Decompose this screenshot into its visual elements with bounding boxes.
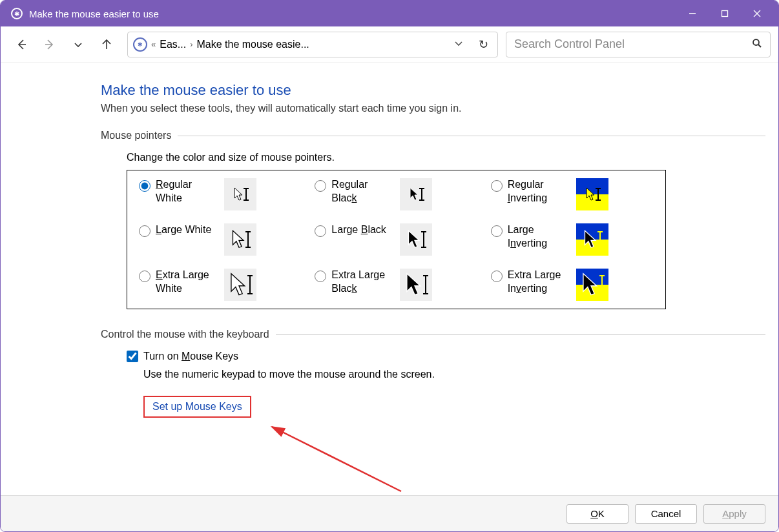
ibeam-icon: [423, 231, 424, 248]
divider: [276, 334, 765, 335]
ibeam-icon: [597, 188, 599, 201]
content-area: Make the mouse easier to use When you se…: [1, 63, 778, 495]
svg-line-8: [758, 45, 761, 47]
breadcrumb-prev[interactable]: Eas...: [160, 39, 186, 50]
section-control-keyboard: Control the mouse with the keyboard: [101, 329, 765, 340]
section-mouse-pointers: Mouse pointers: [101, 130, 765, 141]
section-label: Control the mouse with the keyboard: [101, 329, 269, 340]
up-button[interactable]: [94, 32, 119, 57]
svg-point-7: [753, 39, 759, 45]
page-title: Make the mouse easier to use: [101, 82, 765, 99]
pointer-desc: Change the color and size of mouse point…: [127, 152, 765, 163]
control-panel-window: Make the mouse easier to use: [0, 0, 779, 532]
cursor-preview: [576, 223, 608, 256]
back-button[interactable]: [8, 32, 34, 57]
chevron-left-icon: «: [151, 39, 156, 49]
pointer-option-regular-inverting[interactable]: Regular Inverting: [491, 178, 654, 210]
ok-button[interactable]: OK: [566, 504, 628, 524]
ibeam-icon: [599, 231, 601, 248]
radio-extra-large-inverting[interactable]: [491, 271, 503, 282]
pointer-grid: Regular White Regular Black: [127, 170, 666, 309]
cursor-preview: [224, 223, 256, 256]
chevron-right-icon: ›: [190, 39, 192, 49]
cancel-button[interactable]: Cancel: [635, 504, 697, 524]
search-icon[interactable]: [752, 38, 762, 51]
pointer-option-extra-large-white[interactable]: Extra Large White: [139, 269, 302, 301]
radio-large-inverting[interactable]: [491, 225, 503, 237]
minimize-button[interactable]: [676, 1, 709, 26]
radio-large-black[interactable]: [315, 225, 326, 237]
refresh-icon[interactable]: ↻: [473, 37, 493, 52]
chevron-down-icon[interactable]: [448, 39, 470, 50]
mouse-keys-desc: Use the numeric keypad to move the mouse…: [143, 369, 765, 380]
setup-mouse-keys-highlight: Set up Mouse Keys: [143, 396, 251, 418]
pointer-option-large-white[interactable]: Large White: [139, 223, 302, 256]
cursor-preview: [400, 178, 432, 210]
apply-button[interactable]: Apply: [703, 504, 765, 524]
navigation-toolbar: « Eas... › Make the mouse easie... ↻: [1, 26, 778, 63]
search-input[interactable]: [514, 37, 752, 51]
ibeam-icon: [425, 275, 426, 294]
button-bar: OK Cancel Apply: [1, 495, 778, 531]
close-button[interactable]: [741, 1, 773, 26]
divider: [178, 136, 765, 136]
setup-mouse-keys-link[interactable]: Set up Mouse Keys: [152, 401, 242, 412]
radio-regular-black[interactable]: [315, 180, 326, 192]
pointer-option-regular-white[interactable]: Regular White: [139, 178, 302, 210]
cursor-preview: [224, 269, 256, 301]
checkbox-label: Turn on Mouse Keys: [143, 351, 238, 362]
radio-large-white[interactable]: [139, 225, 151, 237]
ibeam-icon: [245, 188, 247, 201]
pointer-option-large-black[interactable]: Large Black: [315, 223, 477, 256]
section-label: Mouse pointers: [101, 130, 171, 141]
pointer-option-extra-large-inverting[interactable]: Extra Large Inverting: [491, 269, 654, 301]
mouse-keys-checkbox[interactable]: [127, 351, 138, 362]
titlebar: Make the mouse easier to use: [1, 1, 778, 26]
addr-category-icon: [133, 37, 147, 52]
scroll-region[interactable]: Make the mouse easier to use When you se…: [1, 63, 778, 495]
ibeam-icon: [247, 231, 249, 248]
pointer-option-extra-large-black[interactable]: Extra Large Black: [315, 269, 477, 301]
mouse-keys-checkbox-row[interactable]: Turn on Mouse Keys: [127, 351, 765, 362]
cursor-preview: [400, 269, 432, 301]
search-box[interactable]: [506, 32, 771, 57]
app-icon: [11, 8, 23, 19]
maximize-button[interactable]: [709, 1, 741, 26]
pointer-option-large-inverting[interactable]: Large Inverting: [491, 223, 654, 256]
window-controls: [676, 1, 773, 26]
radio-regular-inverting[interactable]: [491, 180, 503, 192]
forward-button[interactable]: [37, 32, 63, 57]
cursor-preview: [576, 269, 608, 301]
ibeam-icon: [249, 275, 251, 294]
recent-button[interactable]: [65, 32, 91, 57]
breadcrumb-current[interactable]: Make the mouse easie...: [196, 39, 345, 50]
window-title: Make the mouse easier to use: [29, 8, 676, 19]
ibeam-icon: [421, 188, 422, 201]
pointer-option-regular-black[interactable]: Regular Black: [315, 178, 477, 210]
ibeam-icon: [601, 275, 603, 294]
radio-extra-large-black[interactable]: [315, 271, 326, 282]
cursor-preview: [400, 223, 432, 256]
radio-regular-white[interactable]: [139, 180, 151, 192]
cursor-preview: [576, 178, 608, 210]
cursor-preview: [224, 178, 256, 210]
svg-rect-1: [722, 11, 728, 17]
address-bar[interactable]: « Eas... › Make the mouse easie... ↻: [127, 32, 498, 57]
radio-extra-large-white[interactable]: [139, 271, 151, 282]
page-subtitle: When you select these tools, they will a…: [101, 103, 765, 114]
